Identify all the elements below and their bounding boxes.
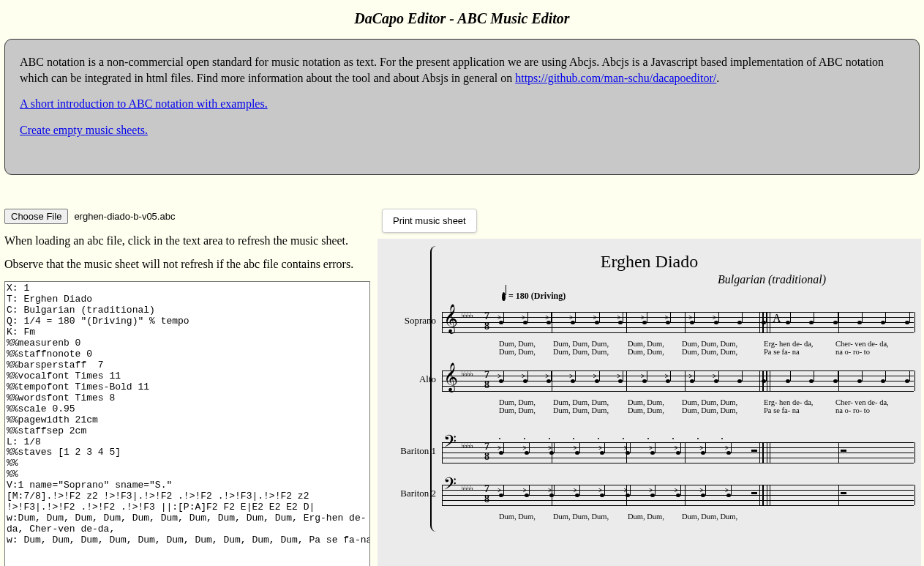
key-signature: ♭♭♭♭ [461, 483, 473, 493]
file-chooser-row: Choose File erghen-diado-b-v05.abc [4, 209, 370, 224]
preview-column: Print music sheet Erghen Diado Bulgarian… [378, 209, 921, 566]
music-sheet: Erghen Diado Bulgarian (traditional) = 1… [378, 239, 921, 566]
key-signature: ♭♭♭♭ [461, 310, 473, 320]
bass-clef-icon: 𝄢 [443, 433, 457, 454]
staff-soprano: Soprano 𝄞 ♭♭♭♭ 78 >> [385, 305, 914, 356]
staff-alto: Alto 𝄞 ♭♭♭♭ 78 >> [385, 363, 914, 414]
tempo-marking: = 180 (Driving) [502, 291, 914, 302]
treble-clef-icon: 𝄞 [443, 365, 458, 390]
part-label-soprano: Soprano [385, 315, 436, 327]
part-label-bariton1: Bariton 1 [385, 445, 436, 457]
notes-alto: >> >>> >> >>> [499, 373, 909, 388]
key-signature: ♭♭♭♭ [461, 369, 473, 379]
tempo-text: = 180 (Driving) [508, 291, 566, 302]
intro-text-a: ABC notation is a non-commercial open st… [20, 56, 884, 84]
editor-column: Choose File erghen-diado-b-v05.abc When … [3, 209, 370, 566]
rest-icon [841, 450, 846, 452]
hint-errors: Observe that the music sheet will not re… [4, 258, 370, 271]
part-label-alto: Alto [385, 373, 436, 385]
abc-intro-link[interactable]: A short introduction to ABC notation wit… [20, 97, 268, 110]
treble-clef-icon: 𝄞 [443, 306, 458, 331]
time-signature: 78 [484, 484, 489, 504]
selected-filename: erghen-diado-b-v05.abc [74, 211, 175, 222]
lyrics-alto-1: Dum, Dum, Dum, Dum, Dum, Dum, Dum, Dum, … [499, 398, 914, 406]
notes-bariton1: >> >>> >> >>> [499, 445, 909, 460]
info-box: ABC notation is a non-commercial open st… [4, 39, 920, 175]
key-signature: ♭♭♭♭ [461, 441, 473, 450]
empty-sheets-link[interactable]: Create empty music sheets. [20, 124, 148, 136]
staff-bariton2: Bariton 2 𝄢 ♭♭♭♭ 78 >> [385, 477, 914, 521]
rest-icon [751, 450, 757, 452]
print-button[interactable]: Print music sheet [382, 209, 477, 233]
notes-soprano: >> >>> >> >>> [499, 315, 909, 329]
bass-clef-icon: 𝄢 [443, 476, 457, 496]
rest-icon [841, 492, 846, 494]
github-link[interactable]: https://github.com/man-schu/dacapoeditor… [515, 72, 716, 84]
sheet-composer: Bulgarian (traditional) [385, 273, 914, 286]
time-signature: 78 [484, 311, 489, 331]
time-signature: 78 [484, 370, 489, 390]
choose-file-button[interactable]: Choose File [4, 209, 68, 224]
staff-bariton1: Bariton 1 𝄢 ♭♭♭♭ 78 [385, 435, 914, 470]
lyrics-soprano-1: Dum, Dum, Dum, Dum, Dum, Dum, Dum, Dum, … [499, 340, 914, 348]
lyrics-soprano-2: Dum, Dum, Dum, Dum, Dum, Dum, Dum, Dum, … [499, 348, 914, 356]
part-label-bariton2: Bariton 2 [385, 488, 436, 499]
intro-paragraph: ABC notation is a non-commercial open st… [20, 54, 904, 86]
sheet-title: Erghen Diado [385, 252, 914, 272]
abc-source-textarea[interactable] [4, 281, 370, 566]
page-title: DaCapo Editor - ABC Music Editor [0, 0, 924, 34]
quarter-note-icon [502, 292, 506, 301]
lyrics-alto-2: Dum, Dum, Dum, Dum, Dum, Dum, Dum, Dum, … [499, 406, 914, 414]
notes-bariton2: >> >>> >> >>> [499, 488, 909, 502]
time-signature: 78 [484, 442, 489, 461]
lyrics-bariton2: Dum, Dum, Dum, Dum, Dum, Dum, Dum, Dum, … [499, 513, 914, 521]
intro-text-b: . [716, 72, 719, 84]
rest-icon [751, 492, 757, 494]
hint-refresh: When loading an abc file, click in the t… [4, 234, 370, 247]
